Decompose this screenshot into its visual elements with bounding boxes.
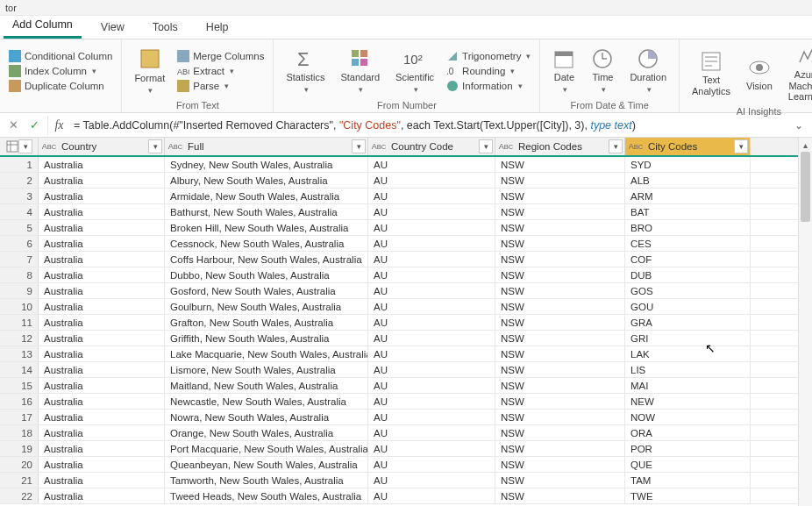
cell[interactable]: ALB xyxy=(625,173,751,188)
table-row[interactable]: 13AustraliaLake Macquarie, New South Wal… xyxy=(0,346,798,362)
table-row[interactable]: 14AustraliaLismore, New South Wales, Aus… xyxy=(0,362,798,378)
row-number[interactable]: 7 xyxy=(0,252,39,267)
row-number[interactable]: 22 xyxy=(0,488,39,503)
cell[interactable]: Maitland, New South Wales, Australia xyxy=(165,378,368,393)
table-row[interactable]: 15AustraliaMaitland, New South Wales, Au… xyxy=(0,378,798,394)
cell[interactable]: Australia xyxy=(39,488,165,503)
cell[interactable]: Tweed Heads, New South Wales, Australia xyxy=(165,488,368,503)
conditional-column-button[interactable]: Conditional Column xyxy=(7,49,114,63)
table-row[interactable]: 22AustraliaTweed Heads, New South Wales,… xyxy=(0,488,798,504)
row-number[interactable]: 2 xyxy=(0,173,39,188)
cell[interactable]: AU xyxy=(368,204,495,219)
time-button[interactable]: Time▾ xyxy=(586,46,619,96)
row-number[interactable]: 18 xyxy=(0,425,39,440)
fx-icon[interactable]: fx xyxy=(47,116,67,135)
cell[interactable]: AU xyxy=(368,362,495,377)
column-header-full[interactable]: ABCFull▾ xyxy=(165,138,368,155)
cell[interactable]: NSW xyxy=(495,362,625,377)
cell[interactable]: AU xyxy=(368,410,495,424)
vision-button[interactable]: Vision xyxy=(741,54,778,94)
duration-button[interactable]: Duration▾ xyxy=(624,46,672,96)
cell[interactable]: AU xyxy=(368,488,495,503)
trigonometry-button[interactable]: Trigonometry▾ xyxy=(445,49,532,63)
row-number[interactable]: 5 xyxy=(0,220,39,235)
cell[interactable]: NSW xyxy=(495,252,625,267)
cell[interactable]: Bathurst, New South Wales, Australia xyxy=(165,204,368,219)
chevron-down-icon[interactable]: ▾ xyxy=(18,139,32,153)
cell[interactable]: Armidale, New South Wales, Australia xyxy=(165,189,368,203)
cell[interactable]: NSW xyxy=(495,488,625,503)
formula-input[interactable]: = Table.AddColumn(#"Inserted Removed Cha… xyxy=(68,117,787,133)
cell[interactable]: NSW xyxy=(495,236,625,251)
cell[interactable]: Goulburn, New South Wales, Australia xyxy=(165,299,368,314)
cell[interactable]: Australia xyxy=(39,378,165,393)
column-header-country[interactable]: ABCCountry▾ xyxy=(39,138,165,155)
column-header-country-code[interactable]: ABCCountry Code▾ xyxy=(368,138,495,155)
statistics-button[interactable]: ΣStatistics▾ xyxy=(281,46,330,96)
text-analytics-button[interactable]: Text Analytics xyxy=(687,48,736,98)
table-row[interactable]: 8AustraliaDubbo, New South Wales, Austra… xyxy=(0,267,798,283)
filter-dropdown-icon[interactable]: ▾ xyxy=(609,139,623,153)
cell[interactable]: AU xyxy=(368,425,495,440)
column-header-region-codes[interactable]: ABCRegion Codes▾ xyxy=(495,138,625,155)
azure-ml-button[interactable]: Azure Machine Learning xyxy=(783,43,812,104)
formula-commit-button[interactable]: ✓ xyxy=(25,116,44,135)
row-number[interactable]: 3 xyxy=(0,189,39,203)
cell[interactable]: AU xyxy=(368,394,495,409)
filter-dropdown-icon[interactable]: ▾ xyxy=(479,139,493,153)
cell[interactable]: Sydney, New South Wales, Australia xyxy=(165,157,368,172)
cell[interactable]: NSW xyxy=(495,283,625,298)
cell[interactable]: Australia xyxy=(39,283,165,298)
cell[interactable]: Australia xyxy=(39,236,165,251)
cell[interactable]: NSW xyxy=(495,473,625,488)
cell[interactable]: Gosford, New South Wales, Australia xyxy=(165,283,368,298)
cell[interactable]: Lake Macquarie, New South Wales, Austral… xyxy=(165,346,368,361)
cell[interactable]: Nowra, New South Wales, Australia xyxy=(165,410,368,424)
row-number[interactable]: 21 xyxy=(0,473,39,488)
table-row[interactable]: 12AustraliaGriffith, New South Wales, Au… xyxy=(0,331,798,346)
cell[interactable]: NSW xyxy=(495,157,625,172)
tab-view[interactable]: View xyxy=(92,18,133,39)
table-row[interactable]: 9AustraliaGosford, New South Wales, Aust… xyxy=(0,283,798,299)
cell[interactable]: AU xyxy=(368,252,495,267)
cell[interactable]: COF xyxy=(625,252,751,267)
cell[interactable]: AU xyxy=(368,299,495,314)
table-row[interactable]: 6AustraliaCessnock, New South Wales, Aus… xyxy=(0,236,798,252)
cell[interactable]: LIS xyxy=(625,362,751,377)
table-row[interactable]: 2AustraliaAlbury, New South Wales, Austr… xyxy=(0,173,798,189)
row-number[interactable]: 4 xyxy=(0,204,39,219)
cell[interactable]: Australia xyxy=(39,173,165,188)
row-number[interactable]: 12 xyxy=(0,331,39,346)
cell[interactable]: TAM xyxy=(625,473,751,488)
scientific-button[interactable]: 10²Scientific▾ xyxy=(390,46,439,96)
cell[interactable]: Lismore, New South Wales, Australia xyxy=(165,362,368,377)
cell[interactable]: AU xyxy=(368,173,495,188)
row-number[interactable]: 11 xyxy=(0,315,39,330)
cell[interactable]: Dubbo, New South Wales, Australia xyxy=(165,267,368,282)
cell[interactable]: DUB xyxy=(625,267,751,282)
table-row[interactable]: 17AustraliaNowra, New South Wales, Austr… xyxy=(0,410,798,425)
tab-tools[interactable]: Tools xyxy=(144,18,187,39)
cell[interactable]: Australia xyxy=(39,299,165,314)
cell[interactable]: Coffs Harbour, New South Wales, Australi… xyxy=(165,252,368,267)
cell[interactable]: AU xyxy=(368,346,495,361)
vertical-scrollbar[interactable]: ▴ xyxy=(798,138,812,506)
cell[interactable]: NSW xyxy=(495,331,625,346)
cell[interactable]: AU xyxy=(368,378,495,393)
cell[interactable]: NSW xyxy=(495,410,625,424)
parse-button[interactable]: Parse▾ xyxy=(175,79,266,93)
cell[interactable]: Queanbeyan, New South Wales, Australia xyxy=(165,457,368,472)
row-number[interactable]: 16 xyxy=(0,394,39,409)
cell[interactable]: AU xyxy=(368,331,495,346)
cell[interactable]: Broken Hill, New South Wales, Australia xyxy=(165,220,368,235)
cell[interactable]: GOS xyxy=(625,283,751,298)
scroll-up-button[interactable]: ▴ xyxy=(799,138,812,152)
cell[interactable]: NOW xyxy=(625,410,751,424)
table-row[interactable]: 10AustraliaGoulburn, New South Wales, Au… xyxy=(0,299,798,315)
table-row[interactable]: 7AustraliaCoffs Harbour, New South Wales… xyxy=(0,252,798,267)
cell[interactable]: NSW xyxy=(495,441,625,456)
table-row[interactable]: 20AustraliaQueanbeyan, New South Wales, … xyxy=(0,457,798,473)
cell[interactable]: ARM xyxy=(625,189,751,203)
cell[interactable]: Australia xyxy=(39,394,165,409)
row-number[interactable]: 13 xyxy=(0,346,39,361)
